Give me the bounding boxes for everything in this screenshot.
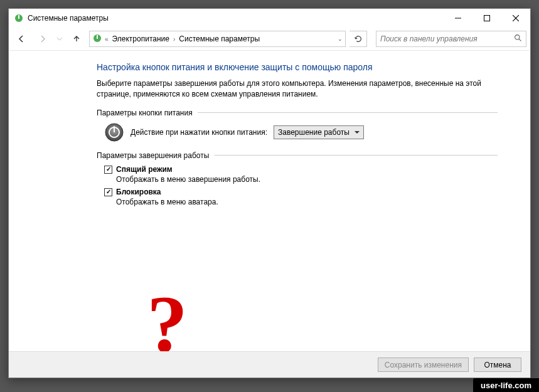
save-button: Сохранить изменения (378, 358, 469, 372)
svg-rect-1 (18, 15, 19, 19)
power-action-select[interactable]: Завершение работы (274, 125, 364, 139)
group-power-button: Параметры кнопки питания (97, 109, 498, 117)
save-button-label: Сохранить изменения (385, 361, 462, 369)
page-title: Настройка кнопок питания и включение защ… (97, 62, 498, 72)
footer: Сохранить изменения Отмена (9, 351, 530, 378)
address-icon (92, 33, 102, 45)
window-title: Системные параметры (28, 14, 109, 23)
search-box[interactable] (376, 31, 526, 47)
option-sleep: Спящий режим (104, 165, 498, 174)
breadcrumb-system-params[interactable]: Системные параметры (178, 34, 261, 43)
power-action-row: Действие при нажатии кнопки питания: Зав… (104, 122, 498, 142)
page-description: Выберите параметры завершения работы для… (97, 78, 486, 100)
close-button[interactable] (501, 9, 530, 28)
checkbox-sleep-desc: Отображать в меню завершения работы. (116, 175, 498, 184)
address-dropdown-icon[interactable]: ⌄ (338, 36, 343, 42)
app-icon (14, 13, 24, 23)
checkbox-lock-desc: Отображать в меню аватара. (116, 198, 498, 206)
svg-rect-12 (114, 126, 115, 132)
control-panel-window: Системные параметры (8, 8, 531, 378)
power-action-selected: Завершение работы (278, 128, 350, 137)
svg-line-9 (519, 39, 521, 41)
navbar: « Электропитание › Системные параметры ⌄ (9, 28, 530, 50)
option-lock: Блокировка (104, 188, 498, 196)
checkbox-lock[interactable] (104, 188, 112, 196)
search-icon (514, 34, 522, 44)
group-shutdown-label: Параметры завершения работы (97, 151, 209, 160)
refresh-button[interactable] (350, 31, 367, 47)
history-dropdown[interactable] (55, 30, 64, 48)
forward-button (34, 30, 51, 48)
cancel-button-label: Отмена (484, 361, 511, 369)
checkbox-sleep[interactable] (104, 166, 112, 174)
group-shutdown: Параметры завершения работы (97, 151, 498, 160)
chevron-right-icon: › (173, 36, 175, 43)
titlebar: Системные параметры (9, 9, 530, 28)
content-area: Настройка кнопок питания и включение защ… (9, 51, 530, 351)
group-power-button-label: Параметры кнопки питания (97, 109, 193, 117)
svg-rect-3 (484, 16, 490, 21)
checkbox-lock-label: Блокировка (116, 188, 161, 196)
cancel-button[interactable]: Отмена (474, 358, 521, 372)
up-button[interactable] (68, 30, 85, 48)
svg-rect-7 (97, 35, 98, 39)
watermark: user-life.com (473, 378, 539, 392)
power-action-label: Действие при нажатии кнопки питания: (131, 128, 267, 137)
address-bar[interactable]: « Электропитание › Системные параметры ⌄ (89, 31, 346, 47)
back-button[interactable] (13, 30, 30, 48)
question-mark-overlay: ? (147, 283, 188, 351)
search-input[interactable] (380, 34, 514, 43)
breadcrumb-root-icon: « (105, 36, 109, 43)
svg-point-8 (515, 35, 520, 40)
checkbox-sleep-label: Спящий режим (116, 165, 173, 174)
breadcrumb-power[interactable]: Электропитание (111, 34, 171, 43)
maximize-button[interactable] (472, 9, 501, 28)
minimize-button[interactable] (444, 9, 472, 28)
power-icon (104, 122, 124, 142)
